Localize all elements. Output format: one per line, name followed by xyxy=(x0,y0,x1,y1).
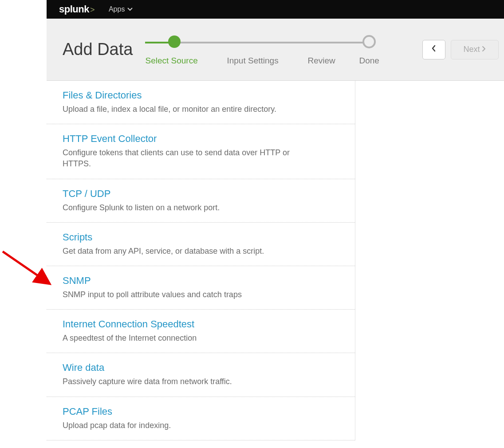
source-desc: Passively capture wire data from network… xyxy=(63,376,311,387)
source-item-files-directories[interactable]: Files & Directories Upload a file, index… xyxy=(47,81,355,124)
source-item-internet-speedtest[interactable]: Internet Connection Speedtest A speedtes… xyxy=(47,310,355,353)
wizard-stepper: Select Source Input Settings Review Done… xyxy=(145,19,499,80)
chevron-down-icon xyxy=(127,6,133,12)
apps-menu-label: Apps xyxy=(109,5,125,13)
source-desc: A speedtest of the Internet connection xyxy=(63,333,311,344)
back-button[interactable] xyxy=(422,40,445,59)
source-title: Files & Directories xyxy=(63,90,339,101)
nav-buttons: Next xyxy=(422,40,499,59)
next-button[interactable]: Next xyxy=(451,40,499,59)
step-dot-select-source xyxy=(168,35,181,48)
source-item-http-event-collector[interactable]: HTTP Event Collector Configure tokens th… xyxy=(47,124,355,179)
header-section: Add Data Select Source Input Settings Re… xyxy=(47,19,504,81)
source-item-snmp[interactable]: SNMP SNMP input to poll attribute values… xyxy=(47,266,355,310)
source-desc: Configure Splunk to listen on a network … xyxy=(63,202,311,213)
source-desc: Upload a file, index a local file, or mo… xyxy=(63,104,311,115)
source-title: Scripts xyxy=(63,232,339,243)
logo-text: splunk xyxy=(59,4,89,15)
top-nav-bar: splunk > Apps xyxy=(47,0,504,19)
logo-chevron-icon: > xyxy=(90,5,94,15)
splunk-logo: splunk > xyxy=(59,4,94,15)
step-label-review: Review xyxy=(307,56,335,66)
step-label-done: Done xyxy=(359,56,379,66)
source-title: PCAP Files xyxy=(63,406,339,417)
source-list: Files & Directories Upload a file, index… xyxy=(47,81,355,440)
source-title: TCP / UDP xyxy=(63,188,339,200)
step-dot-done xyxy=(362,35,376,48)
source-desc: Upload pcap data for indexing. xyxy=(63,420,311,431)
step-label-input-settings: Input Settings xyxy=(227,56,278,66)
source-item-tcp-udp[interactable]: TCP / UDP Configure Splunk to listen on … xyxy=(47,179,355,223)
source-item-scripts[interactable]: Scripts Get data from any API, service, … xyxy=(47,223,355,266)
apps-menu[interactable]: Apps xyxy=(109,5,133,13)
source-item-pcap-files[interactable]: PCAP Files Upload pcap data for indexing… xyxy=(47,397,355,440)
source-title: SNMP xyxy=(63,275,339,287)
source-title: Internet Connection Speedtest xyxy=(63,318,339,330)
chevron-right-icon xyxy=(482,46,486,53)
source-item-wire-data[interactable]: Wire data Passively capture wire data fr… xyxy=(47,353,355,397)
source-desc: SNMP input to poll attribute values and … xyxy=(63,289,311,300)
source-desc: Get data from any API, service, or datab… xyxy=(63,246,311,257)
source-title: Wire data xyxy=(63,362,339,373)
chevron-left-icon xyxy=(431,45,437,54)
step-label-select-source[interactable]: Select Source xyxy=(145,56,197,66)
next-button-label: Next xyxy=(463,45,480,54)
source-title: HTTP Event Collector xyxy=(63,133,339,145)
step-track xyxy=(149,42,368,43)
page-title: Add Data xyxy=(63,40,133,59)
svg-line-1 xyxy=(3,252,48,283)
source-desc: Configure tokens that clients can use to… xyxy=(63,147,311,169)
